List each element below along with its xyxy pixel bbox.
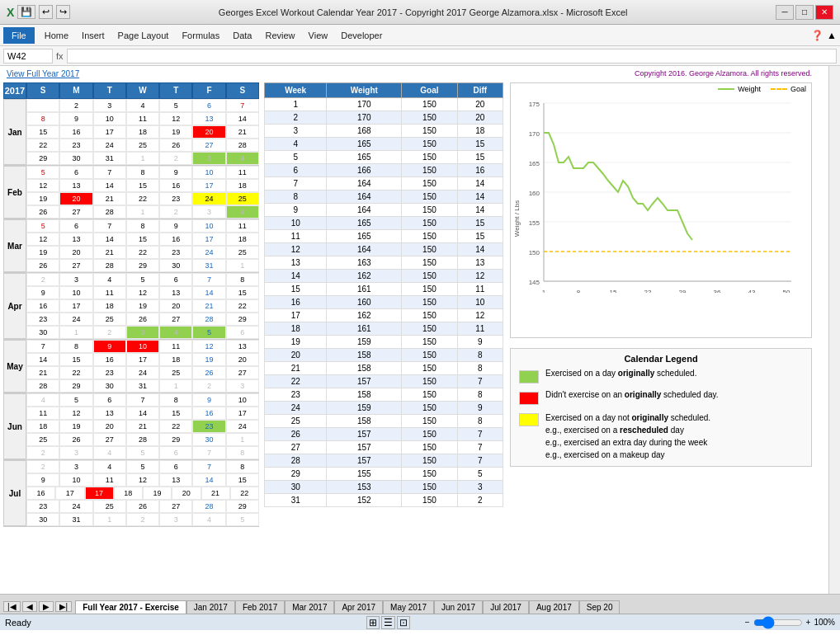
legend-yellow-text: Exercised on a day not originally schedu… xyxy=(545,412,710,461)
save-icon[interactable]: 💾 xyxy=(17,5,35,19)
table-row: 516515015 xyxy=(265,151,503,164)
jan-week1: 2 3 4 5 6 7 xyxy=(26,99,259,112)
table-row: 816415014 xyxy=(265,190,503,204)
apr-weeks: 2 3 4 5 6 7 8 9 10 11 12 13 14 xyxy=(26,273,259,339)
jan-d3: 3 xyxy=(93,99,126,112)
jan-d15: 15 xyxy=(26,125,59,139)
feb-week4: 26 27 28 1 2 3 4 xyxy=(26,205,259,219)
table-row: 1616015010 xyxy=(265,296,503,309)
view-menu[interactable]: View xyxy=(302,29,335,42)
formulas-menu[interactable]: Formulas xyxy=(175,29,226,42)
page-layout-menu[interactable]: Page Layout xyxy=(111,29,176,42)
jul-weeks: 2 3 4 5 6 7 8 9 10 11 12 13 14 xyxy=(26,460,259,526)
goal-legend-label: Goal xyxy=(790,85,806,93)
dow-w: W xyxy=(126,82,159,99)
svg-text:170: 170 xyxy=(529,130,540,138)
tab-jun[interactable]: Jun 2017 xyxy=(434,600,483,614)
jan-d4: 4 xyxy=(126,99,159,112)
svg-text:1: 1 xyxy=(542,289,546,293)
insert-menu[interactable]: Insert xyxy=(75,29,111,42)
jan-d18: 18 xyxy=(126,125,159,139)
jan-d6: 6 xyxy=(192,99,225,112)
jan-d9: 9 xyxy=(59,112,92,125)
sheet-tab-nav[interactable]: |◀ ◀ ▶ ▶| xyxy=(3,601,72,614)
redo-icon[interactable]: ↪ xyxy=(56,5,70,19)
excel-icon: X xyxy=(7,6,14,19)
tab-sep[interactable]: Sep 20 xyxy=(579,600,621,614)
table-row: 117015020 xyxy=(265,98,503,111)
ribbon-icon[interactable]: ▲ xyxy=(827,30,837,41)
formula-input[interactable] xyxy=(67,49,837,64)
tab-aug[interactable]: Aug 2017 xyxy=(529,600,579,614)
help-icon[interactable]: ❓ xyxy=(811,30,823,41)
jan-d14: 14 xyxy=(226,112,259,125)
page-layout-icon[interactable]: ☰ xyxy=(381,616,395,629)
tab-nav-prev[interactable]: ◀ xyxy=(22,601,37,612)
table-row: 281571507 xyxy=(265,454,503,468)
tab-nav-next[interactable]: ▶ xyxy=(39,601,54,612)
jan-week4: 22 23 24 25 26 27 28 xyxy=(26,139,259,152)
table-row: 221571507 xyxy=(265,375,503,388)
data-menu[interactable]: Data xyxy=(226,29,258,42)
tab-jan[interactable]: Jan 2017 xyxy=(186,600,235,614)
table-row: 1216415014 xyxy=(265,243,503,256)
menubar: File Home Insert Page Layout Formulas Da… xyxy=(0,25,840,46)
jan-d21: 21 xyxy=(226,125,259,139)
review-menu[interactable]: Review xyxy=(258,29,301,42)
tab-feb[interactable]: Feb 2017 xyxy=(235,600,285,614)
tab-nav-first[interactable]: |◀ xyxy=(3,601,21,612)
th-diff: Diff xyxy=(457,83,503,98)
page-break-icon[interactable]: ⊡ xyxy=(397,616,410,629)
mar-label: Mar xyxy=(3,219,26,272)
window-controls: ─ □ ✕ xyxy=(776,5,833,20)
jan-d23: 23 xyxy=(59,139,92,152)
zoom-out-icon[interactable]: − xyxy=(745,618,750,627)
feb-label: Feb xyxy=(3,166,26,219)
svg-text:22: 22 xyxy=(644,289,652,293)
svg-text:155: 155 xyxy=(529,219,540,227)
title-icons: X 💾 ↩ ↪ xyxy=(7,5,70,19)
home-menu[interactable]: Home xyxy=(38,29,75,42)
zoom-in-icon[interactable]: + xyxy=(806,618,811,627)
svg-text:150: 150 xyxy=(529,249,540,256)
status-right: − + 100% xyxy=(745,616,835,629)
goal-legend-line xyxy=(771,88,787,90)
tab-jul[interactable]: Jul 2017 xyxy=(483,600,529,614)
menu-right-icons: ❓ ▲ xyxy=(811,30,837,41)
legend-green-box xyxy=(519,370,539,383)
jan-week2: 8 9 10 11 12 13 14 xyxy=(26,112,259,125)
jun-label: Jun xyxy=(3,393,26,459)
svg-text:43: 43 xyxy=(748,289,756,293)
formulabar: fx xyxy=(0,46,840,66)
minimize-button[interactable]: ─ xyxy=(776,5,794,20)
jan-d0 xyxy=(26,99,59,112)
legend-red-text: Didn't exercise on an originally schedul… xyxy=(545,390,719,399)
jan-d5: 5 xyxy=(159,99,192,112)
may-weeks: 7 8 9 10 11 12 13 14 15 16 17 18 1 xyxy=(26,340,259,393)
file-menu[interactable]: File xyxy=(3,27,35,44)
undo-icon[interactable]: ↩ xyxy=(39,5,53,19)
jun-row: Jun 4 5 6 7 8 9 10 11 12 13 xyxy=(3,393,259,460)
restore-button[interactable]: □ xyxy=(795,5,814,20)
table-row: 241591509 xyxy=(265,402,503,415)
vertical-scrollbar[interactable] xyxy=(828,66,840,594)
cell-reference[interactable] xyxy=(3,49,53,64)
svg-text:15: 15 xyxy=(610,289,617,293)
mar-weeks: 5 6 7 8 9 10 11 12 13 14 15 16 17 xyxy=(26,219,259,272)
jan-d27: 27 xyxy=(192,139,225,152)
jan-d17: 17 xyxy=(93,125,126,139)
zoom-slider[interactable] xyxy=(753,616,803,629)
svg-text:145: 145 xyxy=(529,279,540,286)
table-row: 716415014 xyxy=(265,177,503,190)
tab-full-year[interactable]: Full Year 2017 - Exercise xyxy=(75,600,186,614)
mar-row: Mar 5 6 7 8 9 10 11 12 13 14 xyxy=(3,219,259,273)
dow-m: M xyxy=(59,82,92,99)
year-label: 2017 xyxy=(3,82,26,99)
normal-view-icon[interactable]: ⊞ xyxy=(366,616,380,629)
close-button[interactable]: ✕ xyxy=(815,5,833,20)
tab-may[interactable]: May 2017 xyxy=(383,600,434,614)
tab-apr[interactable]: Apr 2017 xyxy=(334,600,383,614)
tab-mar[interactable]: Mar 2017 xyxy=(285,600,334,614)
developer-menu[interactable]: Developer xyxy=(334,29,389,42)
tab-nav-last[interactable]: ▶| xyxy=(55,601,73,612)
